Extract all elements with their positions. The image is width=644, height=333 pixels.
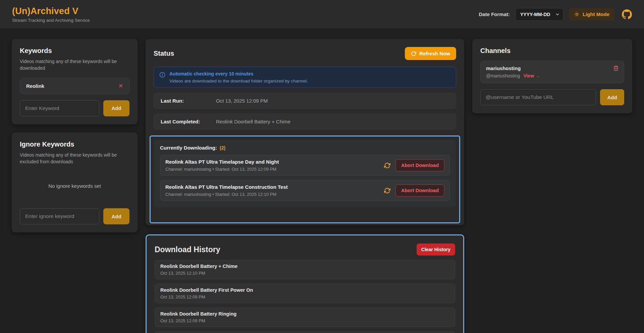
download-item-text: Reolink Altas PT Ultra Timelapse Constru… xyxy=(165,184,288,197)
left-column: Keywords Videos matching any of these ke… xyxy=(12,39,138,232)
currently-downloading-section: Currently Downloading: (2) Reolink Altas… xyxy=(154,140,456,207)
status-card: Status Refresh Now Automatic checking ev… xyxy=(146,39,464,225)
keyword-input[interactable] xyxy=(20,100,99,116)
history-item: Reolink Doorbell Battery + Chime Oct 13,… xyxy=(155,260,455,279)
download-item: Reolink Altas PT Ultra Timelapse Day and… xyxy=(160,155,450,176)
abort-download-button[interactable]: Abort Download xyxy=(395,159,444,171)
last-completed-label: Last Completed: xyxy=(161,119,216,124)
add-keyword-button[interactable]: Add xyxy=(103,100,129,116)
currently-downloading-label: Currently Downloading: xyxy=(160,145,217,151)
history-item: Reolink Doorbell Battery Ringing Oct 13,… xyxy=(155,308,455,327)
app-subtitle: Stream Tracking and Archiving Service xyxy=(12,18,90,23)
sun-icon xyxy=(574,11,580,17)
brand: (Un)Archived V Stream Tracking and Archi… xyxy=(12,6,90,23)
history-item-date: Oct 13, 2025 12:09 PM xyxy=(160,318,449,323)
channel-item: mariushosting @mariushosting View → xyxy=(480,61,624,83)
app-header: (Un)Archived V Stream Tracking and Archi… xyxy=(0,0,644,29)
info-text: Automatic checking every 10 minutes Vide… xyxy=(169,71,308,84)
history-item: Reolink Doorbell Battery First Power On … xyxy=(155,284,455,303)
channels-title: Channels xyxy=(480,47,624,55)
channel-name: mariushosting xyxy=(486,65,619,71)
download-history-header: Download History Clear History xyxy=(155,243,455,256)
delete-channel-trash-icon[interactable] xyxy=(613,65,619,71)
refresh-now-label: Refresh Now xyxy=(419,51,450,56)
download-item-title: Reolink Altas PT Ultra Timelapse Constru… xyxy=(165,184,288,190)
date-format-select[interactable]: YYYY-MM-DD xyxy=(515,8,564,21)
last-run-value: Oct 13, 2025 12:09 PM xyxy=(216,98,268,104)
date-format-label: Date Format: xyxy=(479,11,510,17)
refresh-icon xyxy=(411,51,416,56)
keyword-item: Reolink ✕ xyxy=(20,78,129,94)
main-content: Keywords Videos matching any of these ke… xyxy=(0,29,644,333)
channels-card: Channels mariushosting @mariushosting Vi… xyxy=(472,39,632,113)
add-channel-button[interactable]: Add xyxy=(600,89,624,105)
last-run-row: Last Run: Oct 13, 2025 12:09 PM xyxy=(154,93,456,109)
channel-input[interactable] xyxy=(480,89,596,105)
keywords-description: Videos matching any of these keywords wi… xyxy=(20,58,129,72)
history-item-date: Oct 13, 2025 12:10 PM xyxy=(160,271,449,276)
auto-check-info-banner: Automatic checking every 10 minutes Vide… xyxy=(154,67,456,88)
download-history-title: Download History xyxy=(155,245,220,254)
info-subtitle: Videos are downloaded to the download fo… xyxy=(169,78,308,84)
channel-handle: @mariushosting xyxy=(486,73,520,78)
refresh-now-button[interactable]: Refresh Now xyxy=(405,47,456,60)
download-item-actions: Abort Download xyxy=(384,184,444,197)
github-icon[interactable] xyxy=(622,9,632,19)
last-completed-value: Reolink Doorbell Battery + Chime xyxy=(216,119,290,124)
history-item-title: Reolink Doorbell Battery First Power On xyxy=(160,287,449,293)
keywords-card: Keywords Videos matching any of these ke… xyxy=(12,39,138,124)
ignore-keywords-description: Videos matching any of these keywords wi… xyxy=(20,152,129,165)
ignore-keywords-empty: No ignore keywords set xyxy=(20,183,129,189)
currently-downloading-highlight: Currently Downloading: (2) Reolink Altas… xyxy=(150,135,460,223)
download-item-meta: Channel: mariushosting • Started: Oct 13… xyxy=(165,192,288,197)
ignore-keyword-input-row: Add xyxy=(20,208,129,224)
right-column: Channels mariushosting @mariushosting Vi… xyxy=(472,39,632,113)
header-controls: Date Format: YYYY-MM-DD Light Mode xyxy=(479,8,632,21)
keyword-label: Reolink xyxy=(26,83,44,89)
ignore-keywords-card: Ignore Keywords Videos matching any of t… xyxy=(12,132,138,233)
download-item: Reolink Altas PT Ultra Timelapse Constru… xyxy=(160,180,450,201)
download-item-text: Reolink Altas PT Ultra Timelapse Day and… xyxy=(165,159,279,172)
light-mode-label: Light Mode xyxy=(583,11,609,17)
last-run-label: Last Run: xyxy=(161,98,216,104)
keywords-title: Keywords xyxy=(20,47,129,55)
light-mode-button[interactable]: Light Mode xyxy=(569,8,614,20)
downloading-spinner-icon xyxy=(384,187,390,194)
abort-download-button[interactable]: Abort Download xyxy=(395,184,444,197)
channel-input-row: Add xyxy=(480,89,624,105)
status-title: Status xyxy=(154,50,174,57)
download-item-meta: Channel: mariushosting • Started: Oct 13… xyxy=(165,167,279,172)
history-item-date: Oct 13, 2025 12:09 PM xyxy=(160,294,449,299)
channel-view-link[interactable]: View → xyxy=(523,73,540,78)
download-item-actions: Abort Download xyxy=(384,159,444,171)
keyword-input-row: Add xyxy=(20,100,129,116)
history-item-title: Reolink Doorbell Battery Ringing xyxy=(160,311,449,317)
download-item-title: Reolink Altas PT Ultra Timelapse Day and… xyxy=(165,159,279,165)
currently-downloading-header: Currently Downloading: (2) xyxy=(160,145,450,151)
history-item-title: Reolink Doorbell Battery + Chime xyxy=(160,264,449,269)
history-item: Reolink Doorbell Battery + Chime Oct 13,… xyxy=(155,331,455,333)
center-column: Status Refresh Now Automatic checking ev… xyxy=(146,39,464,333)
last-completed-row: Last Completed: Reolink Doorbell Battery… xyxy=(154,114,456,129)
currently-downloading-count: (2) xyxy=(220,145,225,151)
ignore-keywords-title: Ignore Keywords xyxy=(20,141,129,148)
date-format-select-wrap: YYYY-MM-DD xyxy=(515,8,564,21)
ignore-keyword-input[interactable] xyxy=(20,208,99,224)
app-title: (Un)Archived V xyxy=(12,6,90,16)
clear-history-button[interactable]: Clear History xyxy=(417,243,455,256)
add-ignore-keyword-button[interactable]: Add xyxy=(103,208,129,224)
channel-meta: @mariushosting View → xyxy=(486,73,619,78)
remove-keyword-icon[interactable]: ✕ xyxy=(118,83,123,89)
status-header: Status Refresh Now xyxy=(154,47,456,60)
download-history-card: Download History Clear History Reolink D… xyxy=(146,234,464,333)
info-icon xyxy=(159,72,165,78)
info-title: Automatic checking every 10 minutes xyxy=(169,71,308,76)
downloading-spinner-icon xyxy=(384,162,390,169)
